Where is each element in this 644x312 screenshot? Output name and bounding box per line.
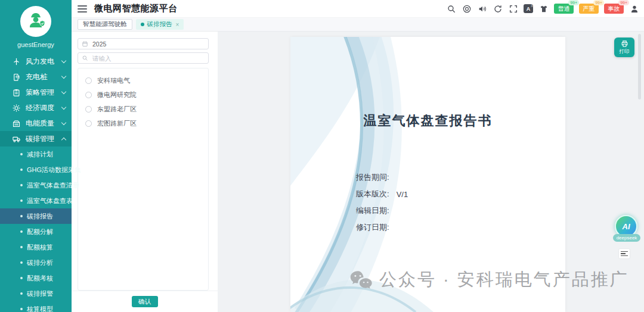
bullet-icon [20,277,23,279]
alarm-count-badge: 99+ [593,0,604,5]
charging-pile-icon [12,73,21,82]
report-fields: 报告期间: 版本版次: V/1 编辑日期: 修订日期: [356,169,408,236]
menu-label: 策略管理 [26,88,62,98]
chevron-down-icon [61,58,66,63]
user-profile-icon[interactable] [629,4,639,14]
field-label: 版本版次: [356,189,389,199]
org-option-microgrid-institute[interactable]: 微电网研究院 [78,88,208,102]
chevron-down-icon [61,120,66,124]
submenu-label: 配额核算 [27,243,53,252]
sidebar-item-wind-power[interactable]: 风力发电 [0,54,72,69]
year-picker[interactable] [78,38,209,49]
submenu-label: 核算模型 [27,305,53,312]
header-toolbar: A 文 普通 99+ 严重 99+ 事故 99+ [446,4,639,14]
org-option-dongmeng-old-plant[interactable]: 东盟路老厂区 [78,102,208,116]
org-option-hongtu-new-plant[interactable]: 宏图路新厂区 [78,116,208,130]
page-title: 微电网智慧能源平台 [94,3,178,14]
deepseek-badge: deepseek [613,234,640,242]
submenu-label: 碳排报警 [27,289,53,298]
org-option-acrel[interactable]: 安科瑞电气 [78,73,208,88]
submenu-item-ghg-inventory-table[interactable]: 温室气体盘查表 [0,193,72,208]
alarm-pill-accident[interactable]: 事故 99+ [604,4,624,14]
bullet-icon [20,153,23,155]
organization-list: 安科瑞电气 微电网研究院 东盟路老厂区 宏图路新厂区 [78,68,209,291]
refresh-icon[interactable] [493,4,503,14]
submenu-item-accounting-model[interactable]: 核算模型 [0,301,72,312]
submenu-item-carbon-report[interactable]: 碳排报告 [0,208,72,224]
field-label: 修订日期: [356,222,389,233]
menu-label: 充电桩 [26,72,62,82]
tab-label: 碳排报告 [147,20,172,29]
chevron-down-icon [61,104,66,109]
printer-icon [621,40,628,48]
submenu-label: 温室气体盘查表 [27,196,73,205]
active-tab-dot-icon [141,23,144,26]
report-preview-page: 温室气体盘查报告书 报告期间: 版本版次: V/1 编辑日期: 修订日期: [290,37,565,312]
bullet-icon [20,199,23,202]
sidebar-item-carbon-management[interactable]: 碳排管理 [0,131,72,146]
volume-icon[interactable] [477,4,487,14]
year-input[interactable] [92,40,205,48]
scrollbar-thumb[interactable] [638,34,641,99]
submenu-item-quota-assessment[interactable]: 配额考核 [0,270,72,286]
tab-carbon-report[interactable]: 碳排报告 × [136,19,184,30]
calendar-icon [82,40,89,48]
pill-label: 普通 [558,5,570,13]
user-avatar[interactable] [20,6,51,37]
sidebar-item-economic-dispatch[interactable]: 经济调度 [0,100,72,116]
submenu-item-quota-accounting[interactable]: 配额核算 [0,239,72,255]
radio-icon[interactable] [85,120,92,127]
pill-label: 严重 [583,5,595,13]
close-tab-icon[interactable]: × [176,21,179,28]
bullet-icon [20,308,23,310]
submenu-item-ghg-inventory-register[interactable]: 温室气体盘查清册 [0,177,72,193]
wave-decoration [290,37,565,312]
sidebar-item-strategy[interactable]: 策略管理 [0,85,72,100]
search-icon[interactable] [446,4,456,14]
submenu-item-reduction-plan[interactable]: 减排计划 [0,146,72,162]
submenu-item-quota-decomposition[interactable]: 配额分解 [0,224,72,239]
confirm-button[interactable]: 确认 [132,296,158,307]
target-icon[interactable] [462,4,472,14]
field-version: 版本版次: V/1 [356,186,408,202]
search-input[interactable] [92,55,205,62]
main-content: 安科瑞电气 微电网研究院 东盟路老厂区 宏图路新厂区 确认 [72,32,644,312]
report-title: 温室气体盘查报告书 [290,112,565,130]
search-box[interactable] [78,52,209,64]
tab-label: 智慧能源驾驶舱 [83,20,127,29]
menu-label: 风力发电 [26,57,62,67]
submenu-label: 配额考核 [27,274,53,283]
tab-smart-energy-cockpit[interactable]: 智慧能源驾驶舱 [78,19,132,30]
field-edit-date: 编辑日期: [356,202,408,219]
carbon-submenu: 减排计划 GHG活动数据采集 温室气体盘查清册 温室气体盘查表 碳排报告 配额分… [0,146,72,312]
submenu-item-carbon-analysis[interactable]: 碳排分析 [0,255,72,270]
option-label: 微电网研究院 [97,91,137,99]
chevron-down-icon [61,73,66,78]
chevron-up-icon [61,137,66,142]
panel-footer: 确认 [72,291,218,312]
theme-shirt-icon[interactable] [538,4,549,14]
alarm-count-badge: 99+ [568,0,579,5]
radio-icon[interactable] [85,77,92,84]
field-label: 报告期间: [356,172,389,183]
sidebar-item-charging-pile[interactable]: 充电桩 [0,69,72,85]
alarm-count-badge: 99+ [618,0,629,5]
submenu-item-carbon-alarm[interactable]: 碳排报警 [0,286,72,301]
chevron-down-icon [61,89,66,93]
print-button[interactable]: 打印 [614,38,634,57]
bullet-icon [20,292,23,295]
bullet-icon [20,246,23,248]
radio-icon[interactable] [85,92,92,98]
ai-assistant-button[interactable]: AI deepseek [613,215,639,242]
list-handle-icon[interactable] [619,249,630,258]
hamburger-menu-icon[interactable] [78,5,87,13]
language-translate-icon[interactable]: A 文 [524,4,533,13]
submenu-item-ghg-data-collection[interactable]: GHG活动数据采集 [0,162,72,177]
radio-icon[interactable] [85,106,92,113]
alarm-pill-severe[interactable]: 严重 99+ [579,4,599,14]
sidebar-item-power-quality[interactable]: 电能质量 [0,116,72,131]
field-value: V/1 [397,190,408,199]
option-label: 安科瑞电气 [97,76,130,85]
fullscreen-icon[interactable] [508,4,518,14]
alarm-pill-normal[interactable]: 普通 99+ [554,4,574,14]
